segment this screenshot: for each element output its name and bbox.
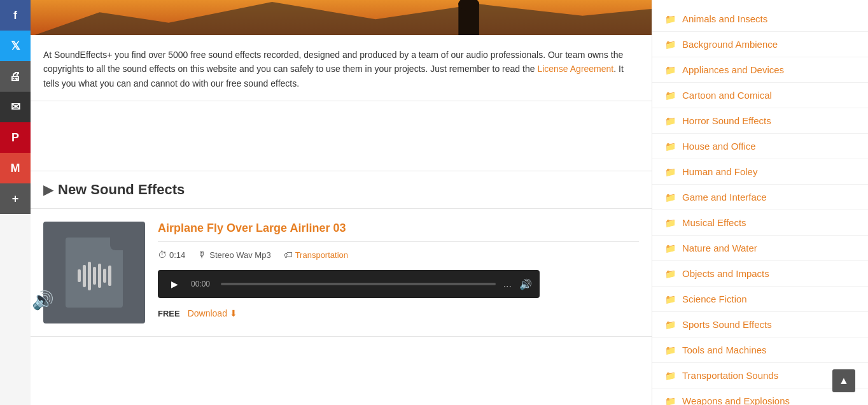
duration-meta: ⏱ 0:14	[158, 250, 185, 260]
folder-icon: 📁	[665, 269, 676, 279]
duration-value: 0:14	[169, 250, 185, 260]
sidebar-item-label: Weapons and Explosions	[682, 395, 790, 405]
gmail-icon: M	[11, 162, 20, 175]
sidebar-item-nature-and-water[interactable]: 📁Nature and Water	[652, 236, 868, 261]
sidebar-item-label: Cartoon and Comical	[682, 90, 772, 101]
folder-icon: 📁	[665, 371, 676, 381]
folder-icon: 📁	[665, 90, 676, 101]
facebook-share-button[interactable]: f	[0, 0, 31, 31]
sidebar-item-objects-and-impacts[interactable]: 📁Objects and Impacts	[652, 261, 868, 287]
sidebar-item-label: Sports Sound Effects	[682, 319, 772, 330]
sidebar-item-animals-and-insects[interactable]: 📁Animals and Insects	[652, 6, 868, 32]
description-text: At SoundEffects+ you find over 5000 free…	[43, 50, 623, 74]
sidebar-item-horror-sound-effects[interactable]: 📁Horror Sound Effects	[652, 108, 868, 134]
download-button[interactable]: Download ⬇	[188, 308, 237, 318]
sidebar-item-label: Tools and Machines	[682, 345, 767, 355]
folder-icon: 📁	[665, 396, 676, 406]
player-options[interactable]: ...	[503, 278, 512, 290]
price-badge: FREE	[158, 309, 180, 318]
clock-icon: ⏱	[158, 250, 167, 260]
main-content: At SoundEffects+ you find over 5000 free…	[31, 0, 652, 405]
twitter-icon: 𝕏	[11, 39, 20, 53]
time-display: 00:00	[191, 280, 213, 288]
license-link[interactable]: License Agreement	[537, 64, 613, 74]
sidebar-item-label: Appliances and Devices	[682, 64, 784, 75]
print-icon: 🖨	[10, 70, 21, 83]
more-share-button[interactable]: +	[0, 183, 31, 214]
download-icon: ⬇	[230, 308, 237, 318]
sidebar-item-science-fiction[interactable]: 📁Science Fiction	[652, 287, 868, 312]
sidebar-item-background-ambience[interactable]: 📁Background Ambience	[652, 32, 868, 57]
sidebar-item-cartoon-and-comical[interactable]: 📁Cartoon and Comical	[652, 83, 868, 108]
scroll-top-icon: ▲	[839, 375, 849, 387]
sound-details: Airplane Fly Over Large Airliner 03 ⏱ 0:…	[158, 222, 639, 323]
sound-thumbnail: 🔊	[43, 222, 145, 323]
audio-player: ▶ 00:00 ... 🔊	[158, 270, 540, 298]
sidebar-item-musical-effects[interactable]: 📁Musical Effects	[652, 210, 868, 236]
format-value: Stereo Wav Mp3	[209, 250, 270, 260]
tag-meta: 🏷 Transportation	[284, 250, 348, 260]
sound-meta: ⏱ 0:14 🎙 Stereo Wav Mp3 🏷 Transportation	[158, 250, 639, 260]
sidebar-item-tools-and-machines[interactable]: 📁Tools and Machines	[652, 338, 868, 363]
folder-icon: 📁	[665, 294, 676, 304]
sidebar-item-label: Science Fiction	[682, 294, 747, 304]
gmail-button[interactable]: M	[0, 153, 31, 183]
sidebar-item-human-and-foley[interactable]: 📁Human and Foley	[652, 159, 868, 185]
social-sidebar: f 𝕏 🖨 ✉ P M +	[0, 0, 31, 405]
sidebar-item-label: Background Ambience	[682, 39, 778, 50]
download-label: Download	[188, 308, 227, 318]
sidebar-item-label: House and Office	[682, 141, 756, 152]
sidebar-item-label: Objects and Impacts	[682, 268, 769, 279]
email-button[interactable]: ✉	[0, 92, 31, 122]
sidebar-item-label: Horror Sound Effects	[682, 115, 771, 126]
file-icon	[66, 238, 123, 308]
sound-card: 🔊 Airpl	[31, 209, 652, 337]
print-button[interactable]: 🖨	[0, 61, 31, 92]
folder-icon: 📁	[665, 65, 676, 75]
sidebar-item-game-and-interface[interactable]: 📁Game and Interface	[652, 185, 868, 210]
folder-icon: 📁	[665, 320, 676, 330]
description-section: At SoundEffects+ you find over 5000 free…	[31, 35, 652, 101]
play-icon: ▶	[171, 279, 178, 289]
folder-icon: 📁	[665, 243, 676, 253]
tag-link[interactable]: Transportation	[295, 250, 348, 260]
sound-footer: FREE Download ⬇	[158, 308, 639, 318]
folder-icon: 📁	[665, 14, 676, 24]
progress-bar[interactable]	[221, 283, 496, 285]
sidebar-item-label: Transportation Sounds	[682, 370, 778, 381]
sidebar-item-label: Musical Effects	[682, 217, 746, 228]
facebook-icon: f	[13, 9, 17, 22]
play-button[interactable]: ▶	[165, 275, 183, 293]
section-arrow-icon: ▶	[43, 182, 53, 197]
sidebar-item-sports-sound-effects[interactable]: 📁Sports Sound Effects	[652, 312, 868, 338]
sidebar-item-label: Animals and Insects	[682, 13, 767, 24]
sidebar: 📁Animals and Insects📁Background Ambience…	[652, 0, 868, 405]
folder-icon: 📁	[665, 39, 676, 50]
folder-icon: 📁	[665, 116, 676, 126]
folder-icon: 📁	[665, 192, 676, 202]
speaker-icon: 🔊	[32, 290, 54, 311]
waveform	[78, 262, 111, 290]
sidebar-item-appliances-and-devices[interactable]: 📁Appliances and Devices	[652, 57, 868, 83]
scroll-top-button[interactable]: ▲	[832, 369, 855, 392]
hero-image	[31, 0, 652, 35]
volume-button[interactable]: 🔊	[519, 278, 532, 290]
sidebar-item-house-and-office[interactable]: 📁House and Office	[652, 134, 868, 159]
pinterest-icon: P	[11, 131, 19, 145]
format-meta: 🎙 Stereo Wav Mp3	[198, 250, 270, 260]
folder-icon: 📁	[665, 141, 676, 152]
more-icon: +	[12, 192, 19, 206]
sidebar-item-label: Human and Foley	[682, 166, 757, 177]
twitter-share-button[interactable]: 𝕏	[0, 31, 31, 61]
tag-icon: 🏷	[284, 250, 293, 260]
sidebar-item-label: Game and Interface	[682, 192, 767, 202]
section-title: New Sound Effects	[58, 181, 185, 198]
email-icon: ✉	[11, 100, 20, 114]
mic-icon: 🎙	[198, 250, 207, 260]
ad-space	[31, 101, 652, 171]
folder-icon: 📁	[665, 345, 676, 355]
section-heading: ▶ New Sound Effects	[31, 171, 652, 209]
sound-title[interactable]: Airplane Fly Over Large Airliner 03	[158, 222, 639, 242]
pinterest-share-button[interactable]: P	[0, 122, 31, 153]
folder-icon: 📁	[665, 218, 676, 228]
